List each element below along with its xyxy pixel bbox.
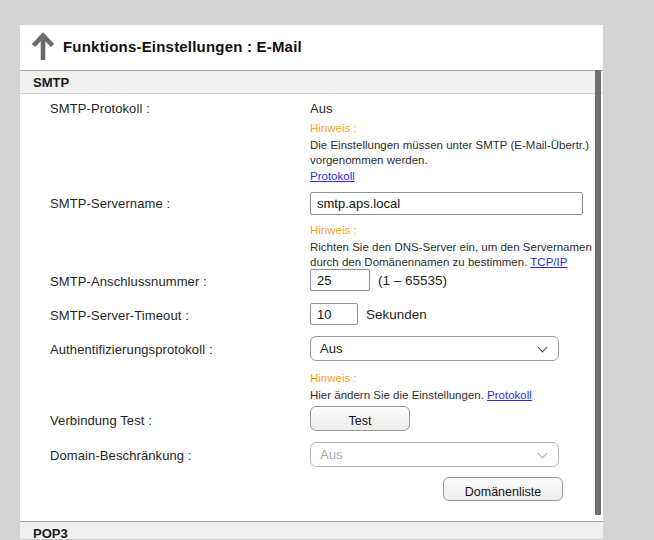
smtp-protokoll-hint: Hinweis : Die Einstellungen müssen unter… [310,121,602,184]
hint-text: Hier ändern Sie die Einstellungen. [310,389,484,401]
selected-option: Aus [320,341,342,356]
smtp-timeout-input[interactable] [310,303,358,325]
hint-title: Hinweis : [310,121,602,137]
domain-beschraenkung-label: Domain-Beschränkung : [50,448,192,463]
hint-title: Hinweis : [310,223,602,239]
protokoll-link[interactable]: Protokoll [310,170,355,182]
smtp-timeout-label: SMTP-Server-Timeout : [50,308,189,323]
section-header-pop3: POP3 [20,521,603,540]
verbindung-test-label: Verbindung Test : [50,413,152,428]
protokoll-link[interactable]: Protokoll [487,389,532,401]
page: Funktions-Einstellungen : E-Mail SMTP SM… [0,0,654,540]
page-header: Funktions-Einstellungen : E-Mail [20,25,603,70]
test-button[interactable]: Test [310,406,410,431]
scrollbar-thumb[interactable] [595,70,601,515]
auth-hint: Hinweis : Hier ändern Sie die Einstellun… [310,371,602,403]
auth-protokoll-label: Authentifizierungsprotokoll : [50,342,213,357]
smtp-servername-label: SMTP-Servername : [50,196,170,211]
smtp-protokoll-value: Aus [310,101,332,116]
smtp-anschlussnummer-label: SMTP-Anschlussnummer : [50,274,207,289]
hint-title: Hinweis : [310,371,602,387]
smtp-timeout-unit: Sekunden [366,307,427,322]
smtp-port-input[interactable] [310,269,370,291]
domain-beschraenkung-select: Aus [310,442,559,467]
smtp-port-range: (1 – 65535) [378,273,447,288]
smtp-protokoll-label: SMTP-Protokoll : [50,101,150,116]
smtp-servername-input[interactable] [310,192,583,215]
auth-protokoll-select[interactable]: Aus [310,336,559,361]
hint-text: Die Einstellungen müssen unter SMTP (E-M… [310,138,602,169]
section-header-smtp: SMTP [20,70,603,94]
selected-option: Aus [320,447,342,462]
back-up-arrow-icon[interactable] [31,32,55,62]
page-title: Funktions-Einstellungen : E-Mail [63,38,302,55]
chevron-down-icon [538,343,548,353]
tcpip-link[interactable]: TCP/IP [530,256,567,268]
domaenenliste-button[interactable]: Domänenliste [443,477,563,501]
settings-panel: Funktions-Einstellungen : E-Mail SMTP SM… [20,25,603,540]
chevron-down-icon [538,449,548,459]
smtp-servername-hint: Hinweis : Richten Sie den DNS-Server ein… [310,223,602,271]
